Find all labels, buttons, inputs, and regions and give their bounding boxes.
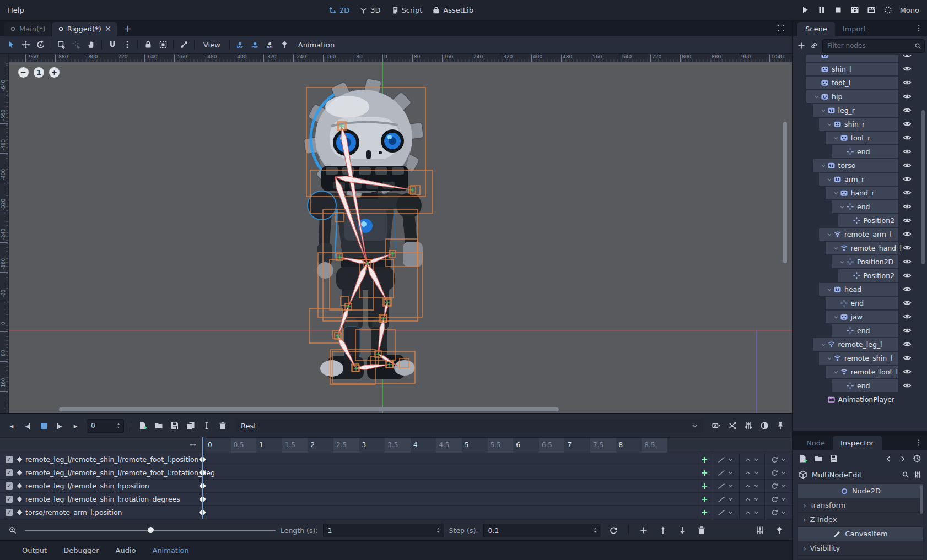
inspector-group-z-index[interactable]: ›Z Index — [798, 513, 923, 527]
collapse-arrow-icon[interactable] — [814, 94, 821, 100]
autoplay-on-load-button[interactable] — [709, 419, 724, 432]
key-scl-button[interactable]: scl — [262, 40, 277, 50]
update-mode-button[interactable] — [739, 493, 764, 505]
visibility-eye-icon[interactable] — [903, 106, 912, 115]
onion-skinning-button[interactable] — [725, 419, 740, 432]
animation-menu[interactable]: Animation — [292, 39, 341, 51]
add-key-button[interactable]: + — [697, 493, 712, 505]
tree-node-remote_leg_l[interactable]: remote_leg_l — [796, 338, 924, 351]
play-backwards-button[interactable]: ◂ — [20, 419, 35, 432]
new-scene-tab-button[interactable]: + — [118, 23, 137, 36]
visibility-eye-icon[interactable] — [903, 271, 912, 280]
tree-node-remote_foot_l[interactable]: remote_foot_l — [796, 365, 924, 379]
collapse-arrow-icon[interactable] — [833, 314, 840, 320]
collapse-arrow-icon[interactable] — [833, 191, 840, 196]
mode-tab-3d[interactable]: 3D — [359, 6, 380, 14]
track-enabled-checkbox[interactable]: ✓ — [6, 509, 13, 516]
visibility-eye-icon[interactable] — [903, 55, 912, 59]
timeline-playhead[interactable] — [202, 437, 203, 519]
save-resource-button[interactable] — [829, 454, 838, 463]
loop-wrap-button[interactable] — [764, 453, 792, 466]
key-rot-button[interactable]: rot — [247, 40, 262, 50]
horizontal-scrollbar[interactable] — [59, 407, 559, 411]
tree-node-jaw[interactable]: jaw — [796, 310, 924, 324]
move-track-down-button[interactable] — [675, 524, 689, 537]
snap-toggle-button[interactable] — [105, 38, 120, 51]
add-key-button[interactable]: + — [697, 506, 712, 519]
list-select-button[interactable] — [54, 38, 69, 51]
interpolation-mode-button[interactable] — [712, 480, 739, 492]
interpolation-mode-button[interactable] — [712, 493, 739, 505]
visibility-eye-icon[interactable] — [903, 92, 912, 101]
rotate-tool-button[interactable] — [33, 38, 48, 51]
collapse-arrow-icon[interactable] — [821, 163, 827, 168]
visibility-eye-icon[interactable] — [903, 202, 912, 211]
dock-tab-scene[interactable]: Scene — [797, 22, 835, 36]
loop-wrap-button[interactable] — [764, 480, 792, 492]
bottom-tab-debugger[interactable]: Debugger — [63, 546, 99, 554]
tree-node-foot_r[interactable]: foot_r — [796, 131, 924, 145]
collapse-arrow-icon[interactable] — [833, 135, 840, 141]
pan-tool-button[interactable] — [84, 38, 99, 51]
update-mode-button[interactable] — [739, 480, 764, 492]
timeline-ruler[interactable]: 00.511.522.533.544.555.566.577.588.5 — [0, 437, 792, 453]
tree-node-clipped[interactable] — [796, 55, 924, 62]
step-input[interactable] — [484, 526, 592, 535]
duplicate-animation-button[interactable] — [184, 419, 198, 432]
slider-handle[interactable] — [148, 527, 154, 533]
dock-tab-node[interactable]: Node — [799, 436, 833, 450]
tree-node-end[interactable]: end — [796, 296, 924, 310]
add-node-button[interactable] — [797, 41, 806, 50]
close-tab-icon[interactable]: × — [105, 26, 112, 31]
new-resource-button[interactable] — [799, 454, 807, 463]
visibility-eye-icon[interactable] — [903, 354, 912, 362]
visibility-eye-icon[interactable] — [903, 230, 912, 238]
visibility-eye-icon[interactable] — [903, 326, 912, 335]
collapse-arrow-icon[interactable] — [827, 232, 833, 237]
tree-node-Position2[interactable]: Position2 — [796, 214, 924, 227]
inspector-scrollbar[interactable] — [920, 485, 923, 514]
tree-node-Position2D[interactable]: Position2D — [796, 255, 924, 269]
add-key-button[interactable]: + — [697, 480, 712, 492]
visibility-eye-icon[interactable] — [903, 243, 912, 252]
animation-track[interactable]: ✓remote_leg_l/remote_shin_l:position+ — [0, 480, 792, 493]
mode-tab-2d[interactable]: 2D — [328, 6, 349, 14]
play-backwards-from-end-button[interactable]: ◂ — [4, 419, 19, 432]
lock-object-button[interactable] — [141, 38, 155, 51]
tree-node-end[interactable]: end — [796, 200, 924, 214]
spinner-updown-icon[interactable] — [435, 527, 441, 534]
inspector-search-button[interactable] — [902, 471, 909, 479]
keying-button[interactable] — [772, 524, 786, 537]
tree-node-end[interactable]: end — [796, 145, 924, 159]
visibility-eye-icon[interactable] — [903, 257, 912, 266]
zoom-reset-button[interactable]: 1 — [34, 67, 44, 78]
loop-wrap-button[interactable] — [764, 506, 792, 519]
collapse-arrow-icon[interactable] — [827, 287, 833, 292]
tree-node-foot_l[interactable]: foot_l — [796, 76, 924, 90]
group-object-button[interactable] — [155, 38, 170, 51]
bottom-tab-audio[interactable]: Audio — [116, 546, 136, 554]
stop-button[interactable] — [834, 6, 843, 14]
visibility-eye-icon[interactable] — [903, 216, 912, 225]
collapse-arrow-icon[interactable] — [821, 108, 827, 113]
visibility-eye-icon[interactable] — [903, 161, 912, 170]
add-track-button[interactable] — [637, 524, 651, 537]
update-mode-button[interactable] — [739, 466, 764, 479]
track-enabled-checkbox[interactable]: ✓ — [6, 496, 13, 503]
tree-node-end[interactable]: end — [796, 324, 924, 338]
play-from-start-button[interactable]: ▸ — [68, 419, 83, 432]
bottom-tab-animation[interactable]: Animation — [152, 546, 188, 554]
delete-animation-button[interactable] — [215, 419, 230, 432]
track-enabled-checkbox[interactable]: ✓ — [6, 482, 13, 490]
scene-tab-main[interactable]: Main(*) — [4, 22, 51, 36]
load-resource-button[interactable] — [814, 454, 823, 463]
play-from-current-button[interactable]: ▸ — [52, 419, 67, 432]
interpolation-mode-button[interactable] — [712, 466, 739, 479]
loop-wrap-button[interactable] — [764, 493, 792, 505]
collapse-arrow-icon[interactable] — [839, 204, 846, 210]
history-forward-button[interactable] — [899, 455, 906, 463]
tree-node-remote_hand_l[interactable]: remote_hand_l — [796, 241, 924, 255]
inspector-class-canvasitem[interactable]: CanvasItem — [798, 527, 923, 541]
tree-node-remote_arm_l[interactable]: remote_arm_l — [796, 227, 924, 241]
visibility-eye-icon[interactable] — [903, 188, 912, 197]
